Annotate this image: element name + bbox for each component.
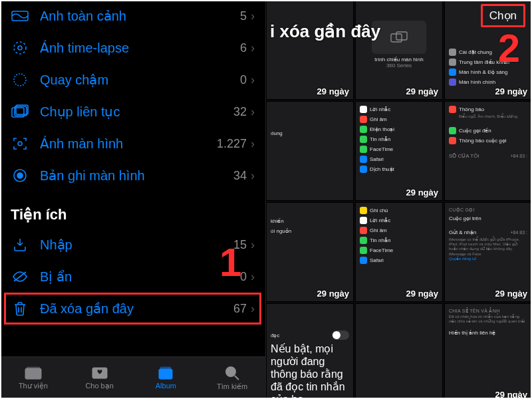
utilities-header: Tiện ích (0, 192, 265, 229)
album-row-timelapse[interactable]: Ảnh time-lapse 6 › (0, 32, 265, 64)
svg-rect-14 (159, 369, 172, 379)
album-row-hidden[interactable]: Bị ẩn 0 › (0, 261, 265, 293)
chevron-right-icon: › (251, 41, 255, 55)
svg-rect-11 (25, 368, 41, 379)
tab-label: Tìm kiếm (217, 382, 247, 391)
album-row-burst[interactable]: Chụp liên tục 32 › (0, 96, 265, 128)
chevron-right-icon: › (251, 9, 255, 23)
slowmo-icon (11, 72, 29, 88)
chevron-right-icon: › (251, 105, 255, 119)
album-row-slowmo[interactable]: Quay chậm 0 › (0, 64, 265, 96)
tab-search[interactable]: Tìm kiếm (199, 357, 265, 399)
days-remaining: 29 ngày (317, 289, 349, 299)
album-count: 0 (240, 73, 247, 87)
days-remaining: 29 ngày (406, 188, 438, 198)
album-count: 67 (233, 302, 247, 316)
album-label: Anh toàn cảnh (40, 8, 240, 24)
recently-deleted-panel: 29 ngày trình chiếu màn hình 360 Series … (266, 0, 532, 399)
album-row-import[interactable]: Nhập 15 › (0, 229, 265, 261)
album-label: Bản ghi màn hình (40, 168, 233, 184)
chevron-right-icon: › (251, 302, 255, 316)
days-remaining: 29 ngày (406, 86, 438, 96)
thumbnail[interactable]: Thông báo Biểu ngữ, Âm thanh, Biểu tượng… (444, 101, 532, 201)
thumbnail-grid: 29 ngày trình chiếu màn hình 360 Series … (266, 0, 532, 399)
tab-bar: Thư viện Cho bạn Album Tìm kiếm (0, 356, 265, 399)
album-count: 6 (240, 41, 247, 55)
timelapse-icon (11, 40, 29, 56)
thumbnail[interactable] (355, 303, 443, 399)
album-label: Nhập (40, 237, 233, 253)
svg-rect-12 (27, 367, 40, 369)
thumbnail[interactable]: đọc Nếu bật, mọi người đang thông báo rằ… (266, 303, 354, 399)
albums-panel: Anh toàn cảnh 5 › Ảnh time-lapse 6 › Qua… (0, 0, 266, 399)
album-label: Ảnh time-lapse (40, 40, 240, 56)
thumbnail[interactable]: trình chiếu màn hình 360 Series 29 ngày (355, 0, 443, 100)
album-label: Quay chậm (40, 72, 240, 88)
album-count: 32 (233, 105, 247, 119)
chevron-right-icon: › (251, 270, 255, 284)
thumbnail[interactable]: khiển ói nguồn 29 ngày (266, 202, 354, 302)
tab-for-you[interactable]: Cho bạn (66, 357, 133, 399)
chevron-right-icon: › (251, 73, 255, 87)
thumbnail[interactable]: Chia sẻ tên và ảnh Đã cá nhân hóa tin nh… (444, 303, 532, 399)
tab-label: Album (156, 382, 176, 390)
svg-point-9 (17, 173, 23, 178)
svg-rect-15 (160, 367, 171, 369)
trash-icon (11, 301, 29, 316)
days-remaining: 29 ngày (317, 86, 349, 96)
days-remaining: 29 ngày (406, 289, 438, 299)
svg-point-2 (18, 46, 22, 50)
svg-line-17 (235, 376, 239, 380)
thumbnail[interactable]: 29 ngày (266, 0, 354, 100)
chevron-right-icon: › (251, 169, 255, 183)
thumbnail[interactable]: dung (266, 101, 354, 201)
days-remaining: 29 ngày (495, 390, 527, 399)
tab-label: Cho bạn (85, 382, 113, 390)
import-icon (11, 237, 29, 252)
album-count: 5 (240, 9, 247, 23)
thumbnail[interactable]: Ghi chú Lời nhắc Ghi âm Tin nhắn FaceTim… (355, 202, 443, 302)
album-row-screenshots[interactable]: Ảnh màn hình 1.227 › (0, 128, 265, 160)
tab-albums[interactable]: Album (133, 357, 200, 399)
screen-record-icon (11, 168, 29, 184)
album-row-screenrec[interactable]: Bản ghi màn hình 34 › (0, 160, 265, 192)
chevron-right-icon: › (251, 137, 255, 151)
album-row-recently-deleted[interactable]: Đã xóa gần đây 67 › (0, 293, 265, 325)
album-count: 34 (233, 169, 247, 183)
svg-point-3 (14, 74, 26, 86)
burst-icon (11, 104, 29, 119)
album-count: 15 (233, 238, 247, 252)
svg-point-1 (14, 42, 26, 54)
albums-list: Anh toàn cảnh 5 › Ảnh time-lapse 6 › Qua… (0, 0, 265, 325)
album-count: 0 (240, 270, 247, 284)
screenshot-icon (11, 136, 29, 152)
days-remaining: 29 ngày (495, 86, 527, 96)
thumbnail[interactable]: CUỘC GỌI Cuộc gọi trên Gửi & nhận+84 83 … (444, 202, 532, 302)
tab-library[interactable]: Thư viện (0, 357, 66, 399)
album-label: Chụp liên tục (40, 104, 233, 120)
thumbnail[interactable]: Lời nhắc Ghi âm Điện thoại Tin nhắn Face… (355, 101, 443, 201)
album-label: Đã xóa gần đây (40, 301, 233, 317)
album-row-panorama[interactable]: Anh toàn cảnh 5 › (0, 0, 265, 32)
svg-point-7 (18, 142, 22, 146)
album-count: 1.227 (217, 137, 247, 151)
hidden-icon (11, 270, 29, 283)
days-remaining: 29 ngày (495, 289, 527, 299)
album-label: Bị ẩn (40, 269, 240, 285)
tab-label: Thư viện (19, 382, 48, 390)
album-label: Ảnh màn hình (40, 136, 217, 152)
panorama-icon (11, 9, 29, 23)
svg-point-16 (226, 367, 235, 376)
page-title: i xóa gần đây (270, 21, 380, 42)
select-button[interactable]: Chọn (481, 4, 525, 27)
chevron-right-icon: › (251, 238, 255, 252)
